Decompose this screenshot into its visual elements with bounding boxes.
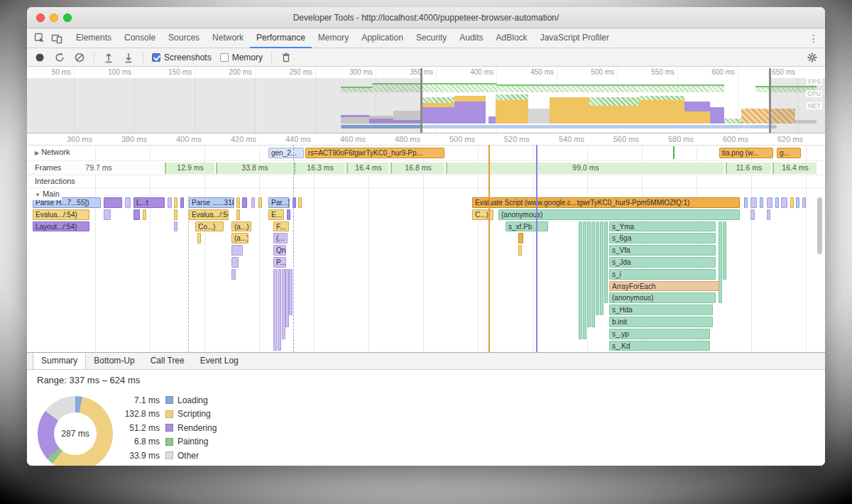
frame-bar[interactable]: 33.8 ms <box>216 163 293 174</box>
flame-event-block[interactable] <box>197 233 201 243</box>
titlebar[interactable]: Developer Tools - http://localhost:4000/… <box>27 7 825 28</box>
load-profile-icon[interactable] <box>103 52 114 63</box>
flame-event-block[interactable] <box>289 269 293 315</box>
drawer-tab-call-tree[interactable]: Call Tree <box>143 353 192 369</box>
tab-sources[interactable]: Sources <box>162 28 206 48</box>
flame-event-block[interactable] <box>125 197 131 208</box>
flame-event-block[interactable] <box>174 209 178 220</box>
flame-event-block[interactable] <box>236 197 240 208</box>
flame-event[interactable]: s_.yp <box>609 329 710 339</box>
flame-event[interactable]: (anonymous) <box>498 209 740 220</box>
flame-event-block[interactable] <box>767 209 770 220</box>
flame-event-block[interactable] <box>583 221 586 339</box>
flame-event[interactable]: E... <box>268 209 284 220</box>
flame-event-block[interactable] <box>133 209 140 220</box>
flame-event-block[interactable] <box>591 221 595 327</box>
tab-javascript-profiler[interactable]: JavaScript Profiler <box>534 28 616 48</box>
flame-event-block[interactable] <box>258 197 262 208</box>
reload-and-profile-button[interactable] <box>54 52 65 63</box>
selection-handle-left[interactable] <box>420 68 422 133</box>
flame-event[interactable]: Layout.../:54) <box>33 221 89 232</box>
vertical-scrollbar[interactable] <box>816 145 824 352</box>
frame-bar[interactable]: 99.0 ms <box>446 163 724 174</box>
flame-event-block[interactable] <box>796 197 799 208</box>
flame-event[interactable]: Qn <box>273 245 286 256</box>
flame-event[interactable]: C...) <box>472 209 493 220</box>
flame-event[interactable]: s_i <box>609 269 716 280</box>
tab-adblock[interactable]: AdBlock <box>490 28 534 48</box>
flame-event-block[interactable] <box>231 257 239 268</box>
flame-event-block[interactable] <box>750 197 757 208</box>
flame-event[interactable]: P... <box>273 257 286 268</box>
flame-event[interactable]: b.init <box>609 317 713 327</box>
tab-memory[interactable]: Memory <box>312 28 355 48</box>
screenshots-checkbox[interactable]: Screenshots <box>152 53 212 62</box>
flame-event-block[interactable] <box>600 221 604 315</box>
flame-event-block[interactable] <box>287 209 290 220</box>
flame-event-block[interactable] <box>251 197 255 208</box>
flame-event-block[interactable] <box>750 209 755 220</box>
flame-event-block[interactable] <box>579 221 582 339</box>
frame-bar[interactable]: 11.6 ms <box>726 163 771 174</box>
flame-event[interactable]: (... <box>273 233 288 243</box>
flame-event[interactable]: s_6ga <box>609 233 716 243</box>
section-network-toggle[interactable]: ▶Network <box>33 147 72 158</box>
network-request[interactable]: g... <box>777 148 801 158</box>
flame-event-block[interactable] <box>174 221 178 232</box>
flame-event[interactable]: Par...]) <box>268 197 290 208</box>
garbage-collect-icon[interactable] <box>280 52 292 63</box>
flame-chart[interactable]: ▶Network Frames Interactions ▼Main 360 m… <box>27 133 825 352</box>
frame-bar[interactable]: 16.8 ms <box>390 163 444 174</box>
flame-event[interactable]: s_xf.Pb <box>506 221 548 232</box>
flame-event-block[interactable] <box>273 269 277 351</box>
flame-event-block[interactable] <box>242 197 247 208</box>
checkbox-unchecked-icon[interactable] <box>220 53 229 62</box>
flame-event-block[interactable] <box>143 209 146 220</box>
flame-event-block[interactable] <box>781 197 787 208</box>
record-button[interactable] <box>34 52 45 63</box>
drawer-tab-summary[interactable]: Summary <box>33 353 86 369</box>
flame-event[interactable]: (a...) <box>231 233 248 243</box>
selection-handle-right[interactable] <box>769 68 771 133</box>
more-options-icon[interactable]: ⋮ <box>805 33 822 44</box>
frame-bar[interactable]: 16.4 ms <box>346 163 389 174</box>
settings-gear-icon[interactable] <box>807 52 818 63</box>
drawer-tab-bottom-up[interactable]: Bottom-Up <box>86 353 142 369</box>
flame-event-block[interactable] <box>587 221 591 327</box>
flame-event[interactable]: F... <box>273 221 289 232</box>
checkbox-checked-icon[interactable] <box>152 53 160 62</box>
flame-event-block[interactable] <box>775 197 779 208</box>
flame-event-block[interactable] <box>298 197 302 208</box>
flame-event[interactable]: L...t <box>133 197 165 208</box>
frame-bar[interactable]: 16.4 ms <box>772 163 816 174</box>
flame-event[interactable]: s_.Kd <box>609 341 710 351</box>
flame-event[interactable]: Evalua.../:56) <box>189 209 229 220</box>
flame-event-block[interactable] <box>802 197 806 208</box>
flame-event-block[interactable] <box>278 269 281 351</box>
scrollbar-thumb[interactable] <box>817 197 822 254</box>
section-main-toggle[interactable]: ▼Main <box>33 189 62 200</box>
flame-event-block[interactable] <box>174 197 178 208</box>
frame-bar[interactable]: 12.9 ms <box>165 163 214 174</box>
flame-event[interactable]: (a...) <box>231 221 251 232</box>
section-frames-toggle[interactable]: Frames <box>33 163 63 172</box>
network-request[interactable]: tia.png (w... <box>719 148 773 158</box>
network-request[interactable]: gen_2... <box>268 148 304 158</box>
flame-event-block[interactable] <box>760 197 763 208</box>
flame-event-block[interactable] <box>596 221 599 315</box>
flame-event-block[interactable] <box>744 197 748 208</box>
flame-event[interactable]: ArrayForEach <box>609 281 719 292</box>
flame-event-block[interactable] <box>168 197 172 208</box>
section-interactions-toggle[interactable]: Interactions <box>33 176 77 186</box>
flame-event-block[interactable] <box>231 245 243 256</box>
flame-event-block[interactable] <box>790 197 794 208</box>
flame-event[interactable]: s_Yma <box>609 221 716 232</box>
tab-application[interactable]: Application <box>355 28 410 48</box>
network-request[interactable]: rs=ACT90oF6tgwrTyKC0_hur9-Pp... <box>305 148 444 158</box>
flame-event-block[interactable] <box>180 197 184 208</box>
flame-event-block[interactable] <box>231 269 236 280</box>
flame-event[interactable]: (anonymous) <box>609 292 716 303</box>
flame-event[interactable]: Parse ......318]) <box>189 197 234 208</box>
flame-event-block[interactable] <box>767 197 772 208</box>
clear-recording-icon[interactable] <box>74 52 85 63</box>
